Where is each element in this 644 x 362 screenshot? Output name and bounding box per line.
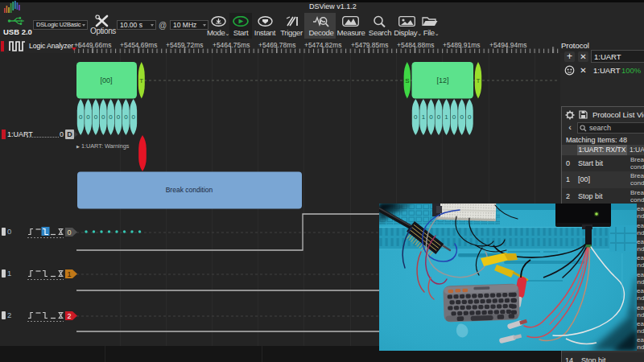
svg-text:0: 0 — [124, 113, 128, 121]
svg-text:2: 2 — [67, 312, 71, 320]
svg-text:1: 1 — [444, 113, 448, 121]
svg-text:0: 0 — [429, 113, 433, 121]
svg-text:0: 0 — [414, 113, 418, 121]
svg-text:0: 0 — [437, 113, 441, 121]
svg-text:0: 0 — [117, 113, 121, 121]
svg-text:0: 0 — [101, 113, 105, 121]
svg-text:0: 0 — [79, 113, 83, 121]
svg-text:1: 1 — [67, 270, 71, 278]
svg-text:0: 0 — [67, 228, 71, 237]
svg-text:0: 0 — [86, 113, 90, 121]
svg-text:0: 0 — [452, 113, 456, 121]
svg-text:1: 1 — [422, 113, 426, 121]
svg-text:0: 0 — [131, 113, 135, 121]
svg-text:0: 0 — [94, 113, 98, 121]
svg-text:0: 0 — [109, 113, 113, 121]
svg-text:0: 0 — [460, 113, 464, 121]
svg-text:0: 0 — [468, 113, 472, 121]
